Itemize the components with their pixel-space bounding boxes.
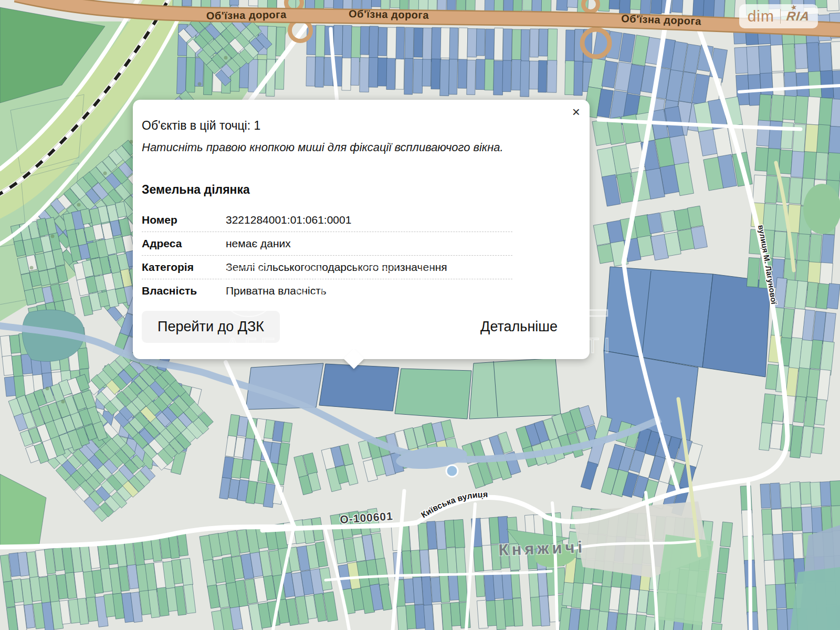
- row-ownership: Власність Приватна власність: [142, 279, 512, 302]
- row-category: Категорія Землі сільськогосподарського п…: [142, 256, 512, 279]
- objects-count-line: Об'єктів в цій точці: 1: [142, 119, 558, 133]
- parcel-section-title: Земельна ділянка: [142, 183, 558, 197]
- star-icon: ★: [791, 3, 798, 12]
- map-popup: × Об'єктів в цій точці: 1 Натисніть прав…: [133, 100, 590, 359]
- cadastral-number: 3221284001:01:061:0001: [226, 214, 512, 226]
- logo-divider: [780, 9, 781, 24]
- highway-label-1: Об'їзна дорога: [206, 8, 287, 22]
- popup-hint: Натисніть правою кнопкою миші для фіксац…: [142, 141, 558, 154]
- category-value: Землі сільськогосподарського призначення: [226, 261, 512, 274]
- close-icon[interactable]: ×: [571, 104, 581, 120]
- ria-logo-text: ★RIA: [786, 9, 811, 24]
- highway-label-2: Об'їзна дорога: [349, 8, 429, 21]
- row-number: Номер 3221284001:01:061:0001: [142, 208, 512, 232]
- ownership-value: Приватна власність: [226, 285, 512, 297]
- go-to-dzk-button[interactable]: Перейти до ДЗК: [142, 311, 280, 343]
- parcel-attributes: Номер 3221284001:01:061:0001 Адреса нема…: [142, 208, 512, 302]
- row-address: Адреса немає даних: [142, 232, 512, 256]
- details-button[interactable]: Детальніше: [480, 311, 558, 343]
- address-value: немає даних: [226, 237, 512, 250]
- cadastral-map-app: Об'їзна дорога Об'їзна дорога Об'їзна до…: [0, 0, 840, 630]
- dim-ria-logo[interactable]: dim ★RIA: [739, 4, 818, 28]
- dim-logo-text: dim: [748, 7, 774, 25]
- town-name-label: Княжичі: [498, 538, 586, 559]
